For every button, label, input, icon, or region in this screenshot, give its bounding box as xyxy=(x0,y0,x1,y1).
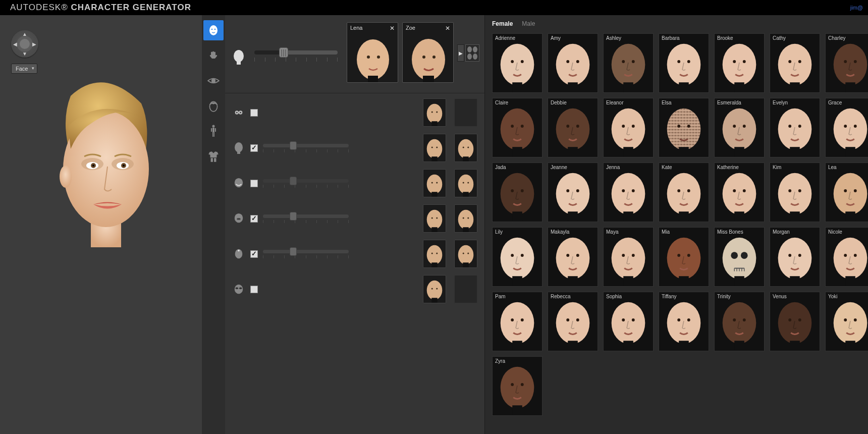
feature-blend-slider[interactable] xyxy=(263,250,349,258)
blend-slot-a[interactable]: Lena ✕ xyxy=(347,22,398,83)
library-preset[interactable]: Esmeralda xyxy=(714,98,765,157)
library-preset[interactable]: Kate xyxy=(659,162,709,222)
close-icon[interactable]: ✕ xyxy=(390,25,395,32)
library-preset[interactable]: Grace xyxy=(825,98,868,157)
eye-tool-icon[interactable] xyxy=(203,71,224,91)
library-preset[interactable]: Morgan xyxy=(770,227,820,287)
feature-enable-checkbox[interactable] xyxy=(250,286,258,293)
library-preset[interactable]: Miss Bones xyxy=(714,227,765,287)
library-preset[interactable]: Barbara xyxy=(659,33,709,93)
library-preset[interactable]: Maya xyxy=(603,227,654,287)
user-account-link[interactable]: jim@ xyxy=(850,5,863,11)
body-tool-icon[interactable] xyxy=(203,121,224,141)
feature-slot-a[interactable] xyxy=(423,275,446,303)
library-preset[interactable]: Jada xyxy=(492,162,542,222)
feature-blend-slider[interactable] xyxy=(263,144,349,152)
face-tool-icon[interactable] xyxy=(203,20,224,40)
feature-slot-b[interactable] xyxy=(454,240,477,268)
feature-slot-a[interactable] xyxy=(423,169,446,197)
library-preset[interactable]: Ashley xyxy=(603,33,654,93)
library-preset[interactable]: Elsa xyxy=(659,98,709,157)
orbit-down-icon[interactable]: ▼ xyxy=(22,51,27,57)
library-preset[interactable]: Katherine xyxy=(714,162,765,222)
library-preset-name: Charley xyxy=(828,35,845,41)
orbit-left-icon[interactable]: ◀ xyxy=(13,41,17,47)
library-preset[interactable]: Claire xyxy=(492,98,542,157)
feature-slot-b[interactable] xyxy=(454,98,477,127)
library-preset[interactable]: Rebecca xyxy=(548,292,598,351)
feature-slot-b[interactable] xyxy=(454,204,477,233)
svg-rect-58 xyxy=(463,192,468,197)
library-preset[interactable]: Zyra xyxy=(492,356,542,416)
library-preset[interactable]: Yoki xyxy=(825,292,868,351)
blend-slot-b[interactable]: Zoe ✕ xyxy=(402,22,454,83)
library-preset[interactable]: Eleanor xyxy=(603,98,654,157)
close-icon[interactable]: ✕ xyxy=(445,25,450,32)
library-preset[interactable]: Mia xyxy=(659,227,709,287)
hair-tool-icon[interactable] xyxy=(203,96,224,116)
feature-slot-b[interactable] xyxy=(454,134,477,162)
tab-female[interactable]: Female xyxy=(492,20,513,27)
library-preset-name: Debbie xyxy=(551,100,567,105)
feature-blend-slider[interactable] xyxy=(263,214,349,223)
feature-blend-slider[interactable] xyxy=(263,179,349,188)
master-blend-slider[interactable] xyxy=(254,50,338,62)
svg-point-187 xyxy=(677,254,680,257)
svg-point-136 xyxy=(743,125,746,128)
library-preset-name: Yoki xyxy=(828,294,838,299)
svg-point-99 xyxy=(632,60,635,63)
multi-slot-toggle[interactable]: ▶ xyxy=(457,44,479,62)
feature-slot-b[interactable] xyxy=(454,169,477,197)
multi-grid-icon[interactable] xyxy=(465,44,479,62)
svg-point-223 xyxy=(788,318,791,321)
library-preset[interactable]: Makayla xyxy=(548,227,598,287)
expand-arrow-icon[interactable]: ▶ xyxy=(457,44,464,62)
library-preset[interactable]: Lily xyxy=(492,227,542,287)
library-preset[interactable]: Debbie xyxy=(548,98,598,157)
svg-point-213 xyxy=(667,302,701,344)
library-preset[interactable]: Kim xyxy=(770,162,820,222)
clothing-tool-icon[interactable] xyxy=(203,146,224,167)
orbit-camera-widget[interactable]: ▲ ▼ ◀ ▶ xyxy=(11,30,38,58)
svg-rect-170 xyxy=(845,211,855,222)
svg-point-114 xyxy=(844,60,847,63)
library-preset[interactable]: Jeanne xyxy=(548,162,598,222)
svg-point-86 xyxy=(431,288,433,290)
feature-enable-checkbox[interactable] xyxy=(250,180,258,187)
feature-slot-a[interactable] xyxy=(423,134,446,162)
library-preset[interactable]: Trinity xyxy=(714,292,765,351)
svg-point-169 xyxy=(834,173,867,214)
feature-slot-a[interactable] xyxy=(423,240,446,268)
orbit-up-icon[interactable]: ▲ xyxy=(22,31,27,37)
feature-slot-a[interactable] xyxy=(423,98,446,127)
hand-tool-icon[interactable] xyxy=(203,45,224,66)
library-preset[interactable]: Evelyn xyxy=(770,98,820,157)
orbit-center-icon[interactable] xyxy=(20,39,30,49)
library-preset[interactable]: Tiffany xyxy=(659,292,709,351)
tab-male[interactable]: Male xyxy=(522,20,535,27)
svg-point-177 xyxy=(556,238,590,279)
feature-enable-checkbox[interactable] xyxy=(250,215,258,223)
library-preset[interactable]: Cathy xyxy=(770,33,820,93)
svg-point-224 xyxy=(798,318,801,321)
feature-slot-a[interactable] xyxy=(423,204,446,233)
library-preset[interactable]: Pam xyxy=(492,292,542,351)
library-preset[interactable]: Jenna xyxy=(603,162,654,222)
library-preset[interactable]: Brooke xyxy=(714,33,765,93)
library-preset[interactable]: Adrienne xyxy=(492,33,542,93)
mouth-icon xyxy=(232,177,245,190)
svg-point-73 xyxy=(427,245,443,264)
feature-enable-checkbox[interactable] xyxy=(250,109,258,117)
orbit-right-icon[interactable]: ▶ xyxy=(32,41,36,47)
library-preset[interactable]: Amy xyxy=(548,33,598,93)
feature-enable-checkbox[interactable] xyxy=(250,250,258,258)
feature-enable-checkbox[interactable] xyxy=(250,144,258,152)
library-preset[interactable]: Sophia xyxy=(603,292,654,351)
library-preset[interactable]: Venus xyxy=(770,292,820,351)
library-preset[interactable]: Charley xyxy=(825,33,868,93)
library-preset[interactable]: Lea xyxy=(825,162,868,222)
preview-viewport[interactable]: ▲ ▼ ◀ ▶ Face xyxy=(0,15,202,434)
feature-slot-b[interactable] xyxy=(454,275,477,303)
library-preset[interactable]: Nicole xyxy=(825,227,868,287)
view-dropdown[interactable]: Face xyxy=(11,64,37,74)
